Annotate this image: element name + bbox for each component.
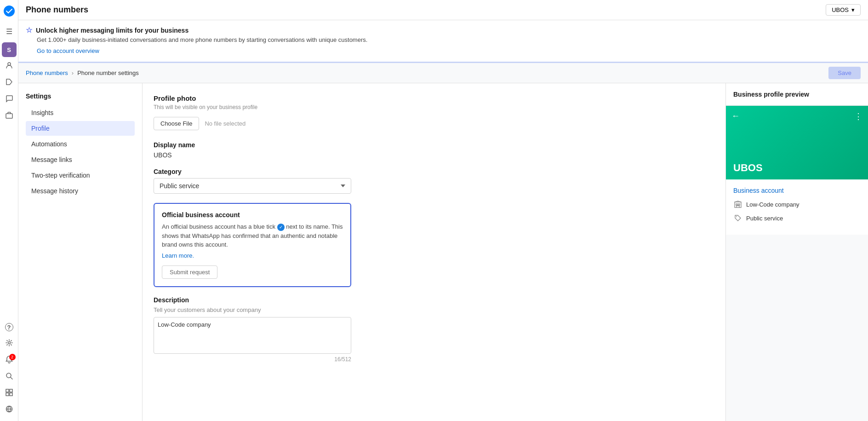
svg-rect-9 [735, 202, 741, 208]
blue-tick-icon: ✓ [277, 224, 285, 231]
submit-request-button[interactable]: Submit request [162, 265, 217, 279]
chat-button[interactable] [2, 92, 17, 107]
preview-category-text: Public service [746, 215, 783, 222]
banner-description: Get 1.000+ daily business-initiated conv… [37, 36, 861, 43]
display-name-section: Display name UBOS [154, 141, 714, 159]
top-header: Phone numbers UBOS ▾ [18, 0, 868, 20]
oba-title: Official business account [162, 211, 343, 219]
svg-point-2 [8, 342, 10, 344]
star-icon: ☆ [26, 26, 32, 35]
preview-category-row: Public service [733, 213, 861, 223]
svg-rect-10 [736, 204, 737, 205]
hamburger-icon: ☰ [6, 27, 12, 36]
search-icon [5, 372, 13, 382]
svg-point-12 [736, 216, 737, 217]
breadcrumb-phone-numbers-link[interactable]: Phone numbers [26, 69, 68, 76]
official-business-account-box: Official business account An official bu… [154, 203, 351, 287]
tag-icon [733, 213, 742, 223]
sidebar-item-profile[interactable]: Profile [26, 121, 135, 136]
svg-rect-1 [6, 114, 12, 118]
labels-icon [5, 78, 13, 88]
help-icon: ? [5, 323, 13, 331]
labels-button[interactable] [2, 75, 17, 90]
notification-badge: 2 [9, 354, 16, 360]
preview-banner: ← ⋮ UBOS [726, 106, 868, 179]
svg-rect-11 [738, 204, 740, 205]
category-section: Category Public service Automotive Beaut… [154, 168, 714, 194]
sidebar-item-message-history[interactable]: Message history [26, 184, 135, 198]
preview-panel: Business profile preview ← ⋮ UBOS Busine… [725, 83, 868, 421]
breadcrumb-current: Phone number settings [77, 69, 139, 76]
hamburger-menu-button[interactable]: ☰ [2, 24, 17, 39]
sidebar-item-insights[interactable]: Insights [26, 105, 135, 120]
chat-icon [5, 94, 13, 104]
main-content: Phone numbers UBOS ▾ ☆ Unlock higher mes… [18, 0, 868, 421]
category-select[interactable]: Public service Automotive Beauty, Spa an… [154, 178, 351, 194]
description-label: Description [154, 296, 714, 304]
settings-button[interactable] [2, 336, 17, 351]
preview-company-row: Low-Code company [733, 200, 861, 209]
profile-photo-subtitle: This will be visible on your business pr… [154, 104, 714, 110]
grid-button[interactable] [2, 386, 17, 401]
no-file-label: No file selected [205, 120, 246, 127]
profile-photo-section: Profile photo This will be visible on yo… [154, 94, 714, 130]
go-to-account-link[interactable]: Go to account overview [37, 47, 99, 54]
search-button[interactable] [2, 369, 17, 384]
icon-sidebar: ☰ S [0, 0, 18, 421]
contacts-icon [5, 61, 13, 71]
account-dropdown-button[interactable]: UBOS ▾ [826, 4, 861, 16]
contacts-button[interactable] [2, 59, 17, 74]
breadcrumb-separator: › [72, 69, 74, 76]
file-upload-row: Choose File No file selected [154, 117, 714, 130]
briefcase-button[interactable] [2, 109, 17, 123]
grid-icon [5, 388, 13, 398]
user-avatar-button[interactable]: S [2, 42, 17, 57]
globe-icon [5, 405, 13, 415]
settings-sidebar: Settings Insights Profile Automations Me… [18, 83, 143, 421]
category-label: Category [154, 168, 714, 175]
description-char-count: 16/512 [154, 356, 351, 363]
notifications-button[interactable]: 2 [2, 353, 17, 368]
page-title: Phone numbers [26, 5, 88, 15]
upgrade-banner: ☆ Unlock higher messaging limits for you… [18, 20, 868, 63]
svg-rect-7 [10, 393, 12, 396]
preview-business-account-label: Business account [733, 187, 861, 194]
content-area: Settings Insights Profile Automations Me… [18, 83, 868, 421]
description-subtitle: Tell your customers about your company [154, 306, 714, 313]
oba-desc-text-1: An official business account has a blue … [162, 223, 275, 230]
help-button[interactable]: ? [2, 320, 17, 334]
preview-business-name: UBOS [733, 162, 861, 174]
avatar-letter: S [7, 46, 11, 53]
account-label: UBOS [832, 6, 849, 13]
preview-company-text: Low-Code company [746, 201, 799, 208]
svg-rect-4 [6, 389, 9, 392]
building-icon [733, 200, 742, 209]
preview-back-button[interactable]: ← [731, 111, 740, 121]
sidebar-item-automations[interactable]: Automations [26, 137, 135, 151]
globe-button[interactable] [2, 403, 17, 417]
sidebar-item-two-step[interactable]: Two-step verification [26, 168, 135, 183]
preview-info: Business account Low-Code company [726, 179, 868, 235]
briefcase-icon [5, 111, 13, 121]
choose-file-button[interactable]: Choose File [154, 117, 199, 130]
display-name-value: UBOS [154, 151, 714, 159]
settings-icon [5, 339, 13, 349]
profile-form: Profile photo This will be visible on yo… [143, 83, 725, 421]
profile-photo-title: Profile photo [154, 94, 714, 102]
more-dots-icon: ⋮ [854, 112, 862, 121]
back-arrow-icon: ← [731, 111, 740, 121]
banner-title-text: Unlock higher messaging limits for your … [36, 27, 188, 34]
app-logo[interactable] [2, 4, 17, 18]
breadcrumb: Phone numbers › Phone number settings [26, 69, 139, 76]
breadcrumb-bar: Phone numbers › Phone number settings Sa… [18, 63, 868, 83]
svg-rect-5 [10, 389, 12, 392]
chevron-down-icon: ▾ [851, 6, 855, 13]
preview-more-button[interactable]: ⋮ [854, 111, 862, 121]
oba-learn-more-link[interactable]: Learn more. [162, 251, 343, 260]
preview-header: Business profile preview [726, 83, 868, 106]
svg-rect-6 [6, 393, 9, 396]
sidebar-item-message-links[interactable]: Message links [26, 152, 135, 167]
svg-point-0 [8, 63, 11, 65]
description-textarea[interactable]: Low-Code company [154, 317, 351, 354]
save-button[interactable]: Save [828, 67, 861, 79]
